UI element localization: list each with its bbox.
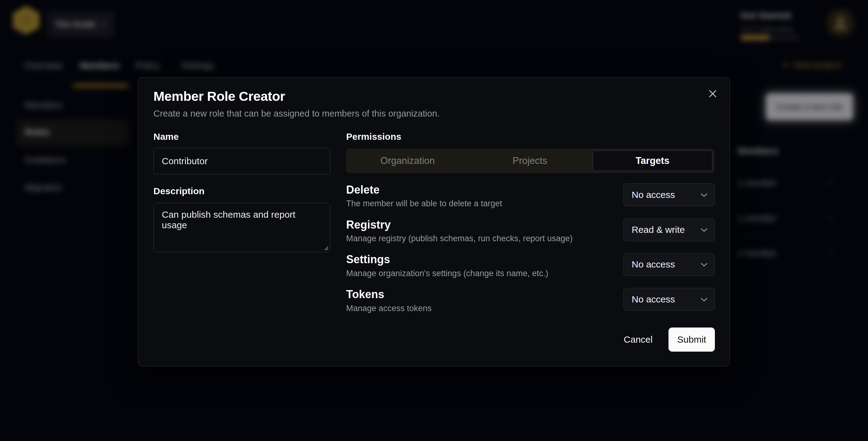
chevron-down-icon bbox=[700, 297, 708, 302]
permission-description: Manage access tokens bbox=[346, 304, 432, 313]
select-value: No access bbox=[632, 259, 675, 270]
chevron-down-icon bbox=[700, 193, 708, 197]
permission-title-delete: Delete bbox=[346, 183, 379, 196]
close-button[interactable] bbox=[706, 87, 719, 100]
description-textarea[interactable]: Can publish schemas and report usage bbox=[153, 203, 330, 252]
permission-select-tokens[interactable]: No access bbox=[623, 288, 715, 311]
resize-grip-icon[interactable] bbox=[323, 245, 329, 251]
description-field-wrap: Can publish schemas and report usage bbox=[153, 203, 330, 252]
app-root: The Guild Get Started 3 of 7 tasks done … bbox=[0, 0, 868, 441]
tab-projects[interactable]: Projects bbox=[470, 151, 589, 171]
modal-subtitle: Create a new role that can be assigned t… bbox=[153, 108, 440, 119]
permission-select-registry[interactable]: Read & write bbox=[623, 218, 715, 241]
name-label: Name bbox=[153, 131, 179, 142]
permission-description: Manage registry (publish schemas, run ch… bbox=[346, 234, 572, 243]
permission-title-tokens: Tokens bbox=[346, 288, 384, 301]
chevron-down-icon bbox=[700, 262, 708, 267]
cancel-button[interactable]: Cancel bbox=[619, 328, 657, 351]
member-role-creator-modal: Member Role Creator Create a new role th… bbox=[138, 77, 730, 367]
chevron-down-icon bbox=[700, 228, 708, 232]
description-label: Description bbox=[153, 186, 205, 196]
select-value: No access bbox=[632, 190, 675, 200]
permissions-tab-group: Organization Projects Targets bbox=[346, 149, 714, 173]
permission-description: The member will be able to delete a targ… bbox=[346, 199, 502, 209]
submit-button[interactable]: Submit bbox=[669, 327, 715, 352]
modal-title: Member Role Creator bbox=[153, 89, 285, 104]
permissions-label: Permissions bbox=[346, 131, 401, 142]
close-icon bbox=[709, 90, 717, 98]
tab-targets[interactable]: Targets bbox=[593, 151, 712, 171]
permission-title-settings: Settings bbox=[346, 253, 390, 266]
tab-organization[interactable]: Organization bbox=[348, 151, 467, 171]
permission-select-settings[interactable]: No access bbox=[623, 253, 715, 276]
permission-description: Manage organization's settings (change i… bbox=[346, 269, 549, 278]
select-value: Read & write bbox=[632, 224, 685, 235]
permission-select-delete[interactable]: No access bbox=[623, 183, 715, 206]
name-input[interactable] bbox=[153, 148, 330, 175]
permission-title-registry: Registry bbox=[346, 218, 391, 231]
select-value: No access bbox=[632, 294, 675, 305]
